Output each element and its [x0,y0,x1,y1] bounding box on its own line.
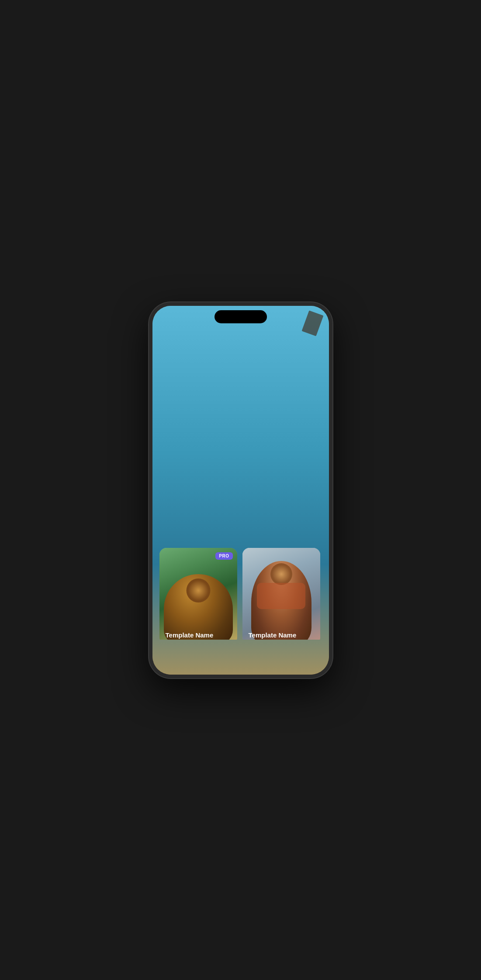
phone-frame: 9:41 ▐▐▐ WiFi 🔋 pxlit [149,302,332,678]
head-shape-2 [270,563,292,585]
template-card-1[interactable]: PRO Template Name [159,548,237,640]
template-plant-container [159,565,237,640]
dynamic-island [215,310,267,323]
stories-row[interactable]: Story Name Updated on 2022.01.11 02:05 [159,457,322,522]
template-figure-container [242,557,320,640]
template-figure-1 [164,574,233,640]
template-label-1: Template Name [166,631,214,639]
template-card-2[interactable]: Template Name [242,548,320,640]
pro-badge: PRO [215,552,232,560]
story-card[interactable]: Story Name Updated on 2022.01.11 02:05 [284,457,322,520]
phone-inner: 9:41 ▐▐▐ WiFi 🔋 pxlit [152,306,329,675]
template-label-2: Template Name [249,631,297,639]
scroll-content[interactable]: pxlit ? [152,325,329,640]
my-stories-section: My Stories View all › [152,440,329,522]
story-thumb-3 [284,457,322,492]
template-figure-2 [251,561,311,640]
head-shape [186,578,210,603]
body-shape [257,583,305,609]
